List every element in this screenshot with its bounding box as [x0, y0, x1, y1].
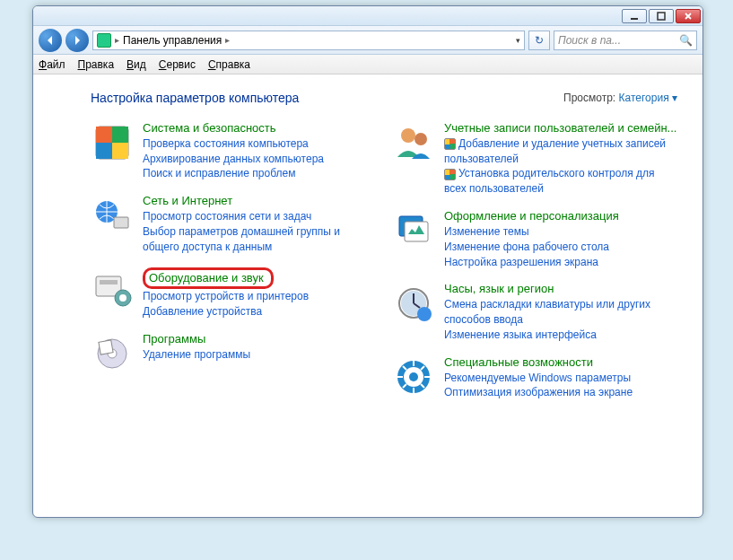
category-sub-link[interactable]: Проверка состояния компьютера [143, 136, 376, 152]
users-icon [392, 121, 435, 164]
category-sub-link[interactable]: Настройка разрешения экрана [444, 255, 677, 270]
category-title-clock[interactable]: Часы, язык и регион [444, 282, 554, 295]
appearance-icon [392, 209, 435, 252]
category-title-hardware[interactable]: Оборудование и звук [149, 271, 264, 284]
refresh-button[interactable]: ↻ [528, 31, 550, 50]
svg-point-22 [417, 307, 432, 321]
svg-rect-5 [96, 143, 112, 159]
category-sub-link[interactable]: Добавление и удаление учетных записей по… [444, 136, 677, 167]
category-title-access[interactable]: Специальные возможности [444, 355, 593, 369]
category-sub-link[interactable]: Установка родительского контроля для все… [444, 166, 677, 197]
svg-rect-1 [658, 13, 665, 20]
navigation-bar: ▸ Панель управления ▸ ▾ ↻ Поиск в па... … [33, 26, 702, 55]
right-column: Учетные записи пользователей и семейн...… [392, 121, 677, 400]
forward-button[interactable] [65, 29, 89, 52]
content-header: Настройка параметров компьютера Просмотр… [91, 91, 677, 105]
menu-bar: Файл Правка Вид Сервис Справка [33, 55, 702, 74]
category-sub-link[interactable]: Смена раскладки клавиатуры или других сп… [444, 297, 677, 328]
svg-point-17 [414, 133, 427, 145]
category-sub-link[interactable]: Поиск и исправление проблем [143, 166, 376, 181]
network-icon [91, 194, 134, 237]
clock-icon [392, 282, 435, 325]
category-sub-link[interactable]: Просмотр состояния сети и задач [143, 209, 376, 224]
svg-rect-15 [99, 340, 113, 354]
category-title-network[interactable]: Сеть и Интернет [143, 194, 232, 207]
svg-point-25 [409, 372, 418, 381]
category-programs: ПрограммыУдаление программы [91, 332, 376, 375]
category-system: Система и безопасностьПроверка состояния… [91, 121, 376, 181]
category-users: Учетные записи пользователей и семейн...… [392, 121, 677, 197]
control-panel-window: ▸ Панель управления ▸ ▾ ↻ Поиск в па... … [32, 5, 703, 518]
category-sub-link[interactable]: Изменение языка интерфейса [444, 328, 677, 343]
breadcrumb-root[interactable]: Панель управления [123, 34, 222, 47]
category-sub-link[interactable]: Выбор параметров домашней группы и общег… [143, 224, 376, 255]
category-sub-link[interactable]: Удаление программы [143, 347, 376, 363]
control-panel-icon [97, 33, 111, 48]
category-sub-link[interactable]: Изменение фона рабочего стола [444, 240, 677, 255]
hardware-icon [91, 267, 134, 311]
access-icon [392, 355, 435, 398]
menu-edit[interactable]: Правка [78, 58, 115, 71]
category-sub-link[interactable]: Просмотр устройств и принтеров [143, 289, 376, 304]
view-label: Просмотр: [563, 92, 615, 104]
category-sub-link[interactable]: Рекомендуемые Windows параметры [444, 371, 677, 386]
search-placeholder: Поиск в па... [558, 34, 621, 47]
category-network: Сеть и ИнтернетПросмотр состояния сети и… [91, 194, 376, 254]
left-column: Система и безопасностьПроверка состояния… [91, 121, 376, 400]
category-title-users[interactable]: Учетные записи пользователей и семейн... [444, 121, 676, 135]
category-access: Специальные возможностиРекомендуемые Win… [392, 355, 677, 400]
category-sub-link[interactable]: Добавление устройства [143, 304, 376, 319]
highlight-annotation: Оборудование и звук [143, 267, 274, 290]
category-clock: Часы, язык и регионСмена раскладки клави… [392, 282, 677, 342]
breadcrumb-sep-icon: ▸ [115, 35, 119, 45]
view-value[interactable]: Категория ▾ [619, 92, 677, 104]
category-hardware: Оборудование и звукПросмотр устройств и … [91, 267, 376, 319]
svg-rect-0 [631, 18, 638, 20]
category-sub-link[interactable]: Оптимизация изображения на экране [444, 385, 677, 400]
menu-view[interactable]: Вид [127, 58, 146, 71]
menu-file[interactable]: Файл [39, 58, 65, 71]
system-icon [91, 121, 134, 164]
programs-icon [91, 332, 134, 375]
svg-rect-6 [112, 143, 128, 159]
category-sub-link[interactable]: Изменение темы [444, 224, 677, 240]
address-bar[interactable]: ▸ Панель управления ▸ ▾ [92, 31, 525, 50]
category-sub-link[interactable]: Архивирование данных компьютера [143, 152, 376, 167]
titlebar [33, 6, 702, 26]
content-area: Настройка параметров компьютера Просмотр… [33, 74, 702, 517]
svg-rect-3 [96, 127, 112, 143]
view-selector: Просмотр: Категория ▾ [563, 92, 677, 104]
menu-help[interactable]: Справка [208, 58, 250, 71]
svg-rect-4 [112, 127, 128, 143]
breadcrumb-sep-icon: ▸ [225, 35, 230, 45]
category-title-system[interactable]: Система и безопасность [143, 121, 276, 135]
close-button[interactable] [676, 9, 701, 23]
search-input[interactable]: Поиск в па... 🔍 [554, 31, 697, 50]
page-title: Настройка параметров компьютера [91, 91, 299, 105]
search-icon: 🔍 [679, 34, 693, 47]
svg-point-12 [119, 294, 127, 302]
category-columns: Система и безопасностьПроверка состояния… [91, 121, 677, 400]
minimize-button[interactable] [622, 9, 647, 23]
svg-rect-10 [100, 280, 118, 284]
address-dropdown-icon[interactable]: ▾ [516, 36, 520, 45]
maximize-button[interactable] [649, 9, 674, 23]
menu-tools[interactable]: Сервис [159, 58, 196, 71]
category-title-programs[interactable]: Программы [143, 332, 205, 346]
category-title-appearance[interactable]: Оформление и персонализация [444, 209, 619, 223]
svg-point-16 [401, 128, 415, 143]
back-button[interactable] [39, 29, 62, 52]
svg-rect-8 [114, 217, 128, 228]
category-appearance: Оформление и персонализацияИзменение тем… [392, 209, 677, 269]
